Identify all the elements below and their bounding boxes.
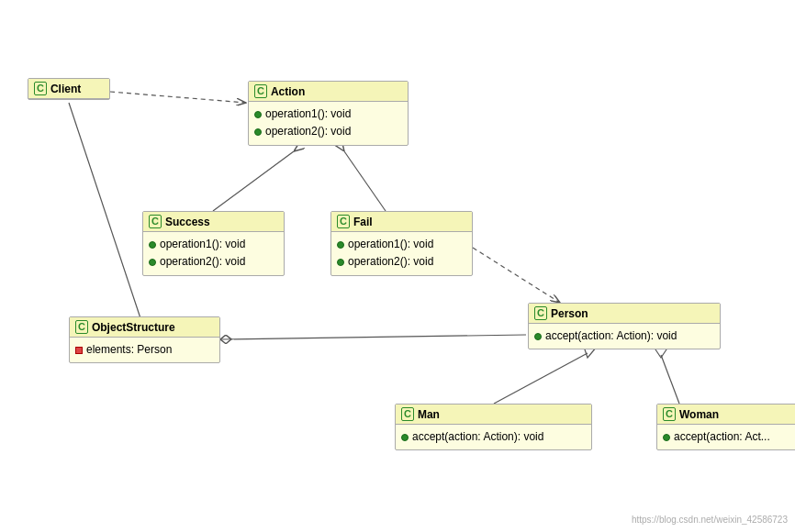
class-title-woman: C Woman xyxy=(657,405,795,425)
dot-icon xyxy=(337,241,344,249)
class-body-success: operation1(): void operation2(): void xyxy=(143,232,284,274)
class-box-objectstructure: C ObjectStructure elements: Person xyxy=(69,316,220,363)
class-title-fail: C Fail xyxy=(331,212,472,232)
class-box-success: C Success operation1(): void operation2(… xyxy=(142,211,285,276)
class-name-man: Man xyxy=(418,408,440,421)
class-icon-client: C xyxy=(34,82,47,95)
member-man-accept: accept(action: Action): void xyxy=(401,428,586,446)
member-objectstructure-elements: elements: Person xyxy=(75,341,214,359)
class-icon-person: C xyxy=(534,306,547,320)
member-text: accept(action: Act... xyxy=(674,428,770,446)
member-text: accept(action: Action): void xyxy=(545,327,677,345)
dot-icon xyxy=(149,259,156,266)
square-icon xyxy=(75,347,83,354)
class-title-man: C Man xyxy=(396,405,591,425)
woman-to-person-line xyxy=(661,355,679,404)
class-title-client: C Client xyxy=(28,79,109,99)
class-body-objectstructure: elements: Person xyxy=(70,338,219,362)
class-name-objectstructure: ObjectStructure xyxy=(92,321,175,334)
member-action-op2: operation2(): void xyxy=(254,123,402,140)
member-success-op2: operation2(): void xyxy=(149,253,278,271)
class-box-man: C Man accept(action: Action): void xyxy=(395,404,592,450)
class-name-woman: Woman xyxy=(679,408,719,421)
class-icon-woman: C xyxy=(663,407,676,421)
dot-icon xyxy=(254,111,262,118)
class-body-woman: accept(action: Act... xyxy=(657,425,795,449)
class-box-action: C Action operation1(): void operation2()… xyxy=(248,81,409,146)
class-box-person: C Person accept(action: Action): void xyxy=(528,303,721,349)
class-body-man: accept(action: Action): void xyxy=(396,425,591,449)
class-icon-action: C xyxy=(254,84,267,98)
dot-icon xyxy=(337,259,344,266)
fail-to-person-arrow xyxy=(473,248,560,303)
fail-to-action-line xyxy=(344,151,386,211)
member-text: accept(action: Action): void xyxy=(412,428,543,446)
class-icon-success: C xyxy=(149,215,162,228)
member-text: operation2(): void xyxy=(265,123,351,140)
man-to-person-line xyxy=(494,353,588,404)
class-title-person: C Person xyxy=(529,304,720,324)
success-to-action-line xyxy=(213,151,294,211)
class-icon-man: C xyxy=(401,407,414,421)
watermark: https://blog.csdn.net/weixin_42586723 xyxy=(632,515,788,525)
member-person-accept: accept(action: Action): void xyxy=(534,327,714,345)
dot-icon xyxy=(149,241,156,249)
class-icon-objectstructure: C xyxy=(75,320,88,334)
diagram-container: Action (dependency arrow) --> ObjectStru… xyxy=(0,0,795,532)
class-body-action: operation1(): void operation2(): void xyxy=(249,102,408,144)
member-text: operation2(): void xyxy=(348,253,433,271)
member-text: operation1(): void xyxy=(348,236,433,253)
class-title-success: C Success xyxy=(143,212,284,232)
member-text: operation1(): void xyxy=(160,236,245,253)
class-name-success: Success xyxy=(165,216,210,228)
member-woman-accept: accept(action: Act... xyxy=(663,428,792,446)
member-text: elements: Person xyxy=(86,341,172,359)
class-icon-fail: C xyxy=(337,215,350,228)
class-title-objectstructure: C ObjectStructure xyxy=(70,317,219,338)
class-box-client: C Client xyxy=(28,78,110,100)
member-action-op1: operation1(): void xyxy=(254,105,402,123)
dot-icon xyxy=(663,434,670,441)
client-to-action-arrow xyxy=(110,92,246,103)
objectstructure-to-person-line xyxy=(220,335,526,339)
client-to-objectstructure-arrow xyxy=(69,103,147,338)
member-fail-op2: operation2(): void xyxy=(337,253,466,271)
class-name-action: Action xyxy=(271,85,305,98)
class-box-fail: C Fail operation1(): void operation2(): … xyxy=(330,211,473,276)
dot-icon xyxy=(401,434,409,441)
class-name-fail: Fail xyxy=(353,216,373,228)
dot-icon xyxy=(534,333,542,340)
member-success-op1: operation1(): void xyxy=(149,236,278,253)
class-body-fail: operation1(): void operation2(): void xyxy=(331,232,472,274)
member-fail-op1: operation1(): void xyxy=(337,236,466,253)
dot-icon xyxy=(254,128,262,136)
class-name-person: Person xyxy=(551,307,588,320)
class-name-client: Client xyxy=(50,83,81,95)
class-title-action: C Action xyxy=(249,82,408,102)
member-text: operation1(): void xyxy=(265,105,351,123)
class-box-woman: C Woman accept(action: Act... xyxy=(656,404,795,450)
class-body-person: accept(action: Action): void xyxy=(529,324,720,349)
member-text: operation2(): void xyxy=(160,253,245,271)
